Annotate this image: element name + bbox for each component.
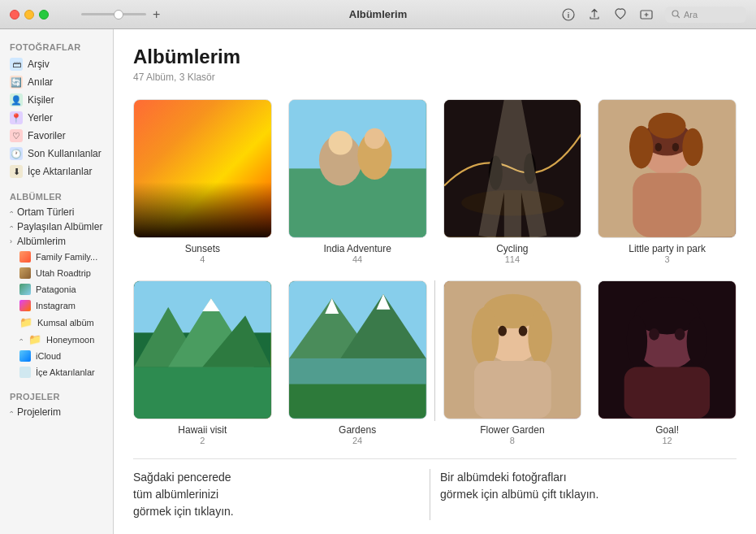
- traffic-lights: [10, 10, 49, 20]
- sidebar-item-iceaktarilani[interactable]: İçe Aktarılanlar: [0, 364, 113, 380]
- albums-count: 47 Albüm, 3 Klasör: [133, 72, 737, 83]
- memories-icon: 🔄: [10, 76, 23, 89]
- svg-point-18: [683, 128, 703, 166]
- album-hawaii[interactable]: Hawaii visit 2: [133, 280, 272, 445]
- minimize-button[interactable]: [24, 10, 34, 20]
- album-name: Sunsets: [185, 243, 220, 254]
- archive-icon: 🗃: [10, 58, 23, 71]
- add-album-icon[interactable]: [639, 7, 654, 22]
- sidebar-item-projects[interactable]: › Projelerim: [0, 405, 113, 419]
- album-thumbnail: [133, 280, 272, 419]
- album-count: 4: [200, 254, 205, 264]
- album-gardens[interactable]: Gardens 24: [288, 280, 427, 445]
- column-divider: [434, 280, 435, 421]
- svg-point-21: [672, 143, 679, 152]
- search-box[interactable]: Ara: [665, 7, 746, 23]
- info-icon[interactable]: i: [561, 7, 576, 22]
- album-count: 3: [665, 254, 670, 264]
- album-thumb-icon: [19, 251, 31, 263]
- content-area: Albümlerim 47 Albüm, 3 Klasör Sunsets 4: [114, 29, 756, 534]
- titlebar-actions: i Ara: [561, 7, 746, 23]
- album-count: 44: [352, 254, 362, 264]
- albums-grid: Sunsets 4: [133, 99, 737, 445]
- sidebar-item-media-types[interactable]: › Ortam Türleri: [0, 205, 113, 219]
- zoom-plus-icon: +: [153, 7, 160, 22]
- chevron-icon: ›: [7, 211, 15, 214]
- close-button[interactable]: [10, 10, 19, 20]
- album-thumb-icon: [19, 367, 31, 378]
- svg-point-3: [672, 11, 678, 16]
- main-content: Fotoğraflar 🗃 Arşiv 🔄 Anılar 👤 Kişiler 📍…: [0, 29, 756, 534]
- folder-icon: 📁: [28, 333, 41, 345]
- album-party[interactable]: Little party in park 3: [598, 99, 737, 264]
- album-count: 12: [663, 436, 672, 445]
- titlebar: + Albümlerim i: [0, 0, 756, 29]
- heart-icon[interactable]: [613, 7, 628, 22]
- svg-rect-22: [633, 173, 701, 237]
- recents-icon: 🕐: [10, 147, 23, 160]
- svg-point-9: [365, 128, 385, 149]
- album-thumb-icon: [19, 350, 31, 362]
- album-flower[interactable]: Flower Garden 8: [443, 280, 582, 445]
- album-thumbnail: [133, 99, 272, 238]
- album-thumbnail: [598, 99, 737, 238]
- album-thumbnail: [443, 280, 582, 419]
- album-thumb-icon: [19, 300, 31, 311]
- page-title: Albümlerim: [133, 46, 737, 68]
- svg-point-17: [629, 126, 654, 169]
- sidebar-item-icloud[interactable]: iCloud: [0, 348, 113, 364]
- album-thumbnail: [288, 99, 427, 238]
- album-thumbnail: [288, 280, 427, 419]
- sidebar-item-people[interactable]: 👤 Kişiler: [0, 91, 113, 109]
- album-name: Cycling: [496, 243, 528, 254]
- sidebar-item-import[interactable]: ⬇ İçe Aktarılanlar: [0, 163, 113, 180]
- chevron-icon: ›: [7, 226, 15, 228]
- folder-icon: 📁: [19, 316, 32, 328]
- svg-point-40: [471, 306, 499, 367]
- sidebar-item-shared-albums[interactable]: › Paylaşılan Albümler: [0, 219, 113, 234]
- chevron-icon: ›: [7, 411, 15, 414]
- favorites-icon: ♡: [10, 129, 23, 142]
- albums-grid-container: Sunsets 4: [133, 99, 737, 445]
- album-count: 8: [510, 436, 515, 445]
- svg-rect-52: [624, 367, 710, 418]
- album-thumb-icon: [19, 284, 31, 295]
- album-sunsets[interactable]: Sunsets 4: [133, 99, 272, 264]
- sidebar-item-memories[interactable]: 🔄 Anılar: [0, 73, 113, 91]
- album-india[interactable]: India Adventure 44: [288, 99, 427, 264]
- album-name: Flower Garden: [480, 424, 544, 436]
- search-placeholder: Ara: [684, 10, 698, 20]
- sidebar-item-places[interactable]: 📍 Yerler: [0, 109, 113, 127]
- sidebar-item-favorites[interactable]: ♡ Favoriler: [0, 127, 113, 145]
- album-cycling[interactable]: Cycling 114: [443, 99, 582, 264]
- maximize-button[interactable]: [39, 10, 49, 20]
- album-thumb-icon: [19, 267, 31, 279]
- callouts: Sağdaki penceredetüm albümlerinizigörmek…: [133, 458, 737, 520]
- window-title: Albümlerim: [349, 8, 408, 20]
- sidebar-item-family[interactable]: Family Family...: [0, 249, 113, 265]
- sidebar-item-beach[interactable]: 📁 Kumsal albüm: [0, 314, 113, 331]
- svg-rect-5: [289, 168, 426, 237]
- zoom-slider[interactable]: +: [81, 7, 160, 22]
- sidebar-item-instagram[interactable]: Instagram: [0, 297, 113, 314]
- album-goal[interactable]: Goal! 12: [598, 280, 737, 445]
- places-icon: 📍: [10, 111, 23, 124]
- sidebar-item-recents[interactable]: 🕐 Son Kullanılanlar: [0, 145, 113, 163]
- svg-point-41: [528, 310, 552, 365]
- share-icon[interactable]: [587, 7, 602, 22]
- callout-left: Sağdaki penceredetüm albümlerinizigörmek…: [133, 469, 430, 520]
- svg-rect-24: [134, 367, 271, 418]
- sidebar: Fotoğraflar 🗃 Arşiv 🔄 Anılar 👤 Kişiler 📍…: [0, 29, 114, 534]
- import-icon: ⬇: [10, 165, 23, 178]
- sidebar-item-honeymoon[interactable]: › 📁 Honeymoon: [0, 331, 113, 348]
- svg-rect-44: [473, 361, 551, 419]
- album-thumbnail: [443, 99, 582, 238]
- sidebar-item-archive[interactable]: 🗃 Arşiv: [0, 55, 113, 73]
- svg-point-51: [675, 328, 685, 341]
- sidebar-item-my-albums[interactable]: › Albümlerim: [0, 234, 113, 249]
- svg-rect-36: [289, 358, 426, 384]
- svg-point-20: [655, 143, 662, 152]
- sidebar-item-utah[interactable]: Utah Roadtrip: [0, 265, 113, 281]
- album-name: Little party in park: [629, 243, 706, 254]
- sidebar-item-patagonia[interactable]: Patagonia: [0, 281, 113, 297]
